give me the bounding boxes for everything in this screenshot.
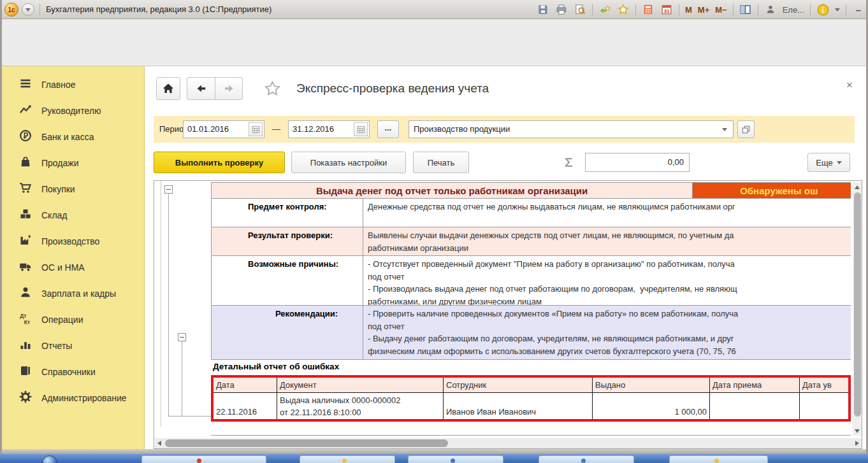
favorites-button[interactable] [617,3,630,17]
scroll-right-icon[interactable] [855,441,859,446]
split-window-button[interactable] [739,3,752,17]
taskbar-app-button[interactable] [300,455,395,463]
period-from-input[interactable]: 01.01.2016 [183,120,264,138]
collapse-group-button[interactable] [164,185,173,194]
print-button[interactable] [555,3,568,17]
cart-icon [19,182,32,196]
detail-report-heading: Детальный отчет об ошибках [213,362,339,371]
window-bottom-edge [0,449,868,454]
calendar-picker-button[interactable] [249,122,263,136]
chevron-down-icon [25,8,31,11]
taskbar-app-button[interactable] [141,455,266,463]
calculator-icon [642,4,654,15]
memory-button[interactable]: M [685,5,692,15]
print-button[interactable]: Печать [413,152,469,173]
gear-icon [19,390,32,405]
divider [733,4,734,15]
vertical-scroll-thumb[interactable] [854,192,861,417]
sidebar-item-warehouse[interactable]: Склад [2,202,144,228]
add-favorite-button[interactable] [598,3,611,17]
sidebar-item-purchases[interactable]: Покупки [2,176,144,202]
divider [592,4,593,15]
print-icon [556,4,567,15]
group-margin-line [161,181,161,427]
scroll-left-icon[interactable] [157,441,161,446]
sidebar-item-administration[interactable]: Администрирование [2,385,144,411]
scroll-down-icon[interactable] [855,429,860,433]
period-options-button[interactable]: ... [377,120,399,138]
memory-plus-button[interactable]: M+ [698,5,709,15]
calendar-picker-button[interactable] [354,122,368,136]
favorite-toggle-button[interactable] [264,80,281,99]
horizontal-scrollbar[interactable] [155,438,862,448]
info-button[interactable]: i [816,3,829,17]
user-icon [764,3,777,17]
sidebar-item-bank-cash[interactable]: Банк и касса [2,124,144,150]
bag-icon [19,155,32,170]
report-area: Выдача денег под отчет только работникам… [154,180,862,449]
tree-line [168,194,169,417]
period-to-input[interactable]: 31.12.2016 [288,120,370,138]
info-menu-caret[interactable] [835,8,840,11]
calendar-button[interactable]: 31 [660,3,673,17]
taskbar-app-button[interactable] [408,455,503,463]
horizontal-scroll-thumb[interactable] [165,439,448,447]
os-taskbar [0,454,868,463]
errors-table-row[interactable]: 22.11.2016 Выдача наличных 0000-000002от… [213,393,848,419]
sidebar-item-production[interactable]: Производство [2,228,144,254]
report-row-recommendations: Рекомендации: - Проверить наличие провед… [211,306,851,360]
app-icon [342,459,347,463]
home-button[interactable] [156,77,180,100]
window-title: Бухгалтерия предприятия, редакция 3.0 (1… [46,0,271,19]
current-user-button[interactable]: Еле... [783,5,804,15]
print-preview-icon [574,4,586,15]
sidebar-item-fixed-assets[interactable]: ОС и НМА [2,254,144,280]
open-value-button[interactable] [737,120,755,138]
system-menu-button[interactable] [22,3,34,16]
show-settings-button[interactable]: Показать настройки [291,152,406,173]
sidebar-item-operations[interactable]: ДтКтОперации [2,306,144,332]
chevron-down-icon [837,161,842,164]
check-kind-select[interactable]: Производство продукции [409,120,734,138]
sidebar-item-sales[interactable]: Продажи [2,150,144,176]
taskbar-app-button[interactable] [669,455,768,463]
report-row-result: Результат проверки: Выявлены случаи выда… [211,227,851,256]
sidebar-item-salary-staff[interactable]: Зарплата и кадры [2,280,144,306]
run-check-button[interactable]: Выполнить проверку [154,152,285,173]
arrow-left-icon [196,83,207,94]
truck-icon [19,260,32,274]
print-preview-button[interactable] [574,3,586,17]
scroll-up-icon[interactable] [855,185,860,189]
tree-line [168,416,211,417]
close-form-button[interactable]: × [846,79,853,92]
calendar-grid-icon [357,125,365,134]
check-group-header[interactable]: Выдача денег под отчет только работникам… [211,182,851,199]
sidebar-item-main[interactable]: Главное [2,71,144,97]
sidebar-item-manager[interactable]: Руководителю [2,97,144,124]
sum-total-input[interactable]: 0,00 [585,153,690,172]
boxes-icon [19,208,32,222]
window-titlebar: 1с Бухгалтерия предприятия, редакция 3.0… [0,0,868,19]
sidebar-item-references[interactable]: Справочники [2,359,144,385]
calculator-button[interactable] [642,3,655,17]
forward-button[interactable] [215,77,243,100]
chevron-down-icon[interactable] [722,128,727,131]
back-button[interactable] [187,77,215,100]
taskbar-app-button[interactable] [539,455,634,463]
start-button[interactable] [42,455,57,463]
collapse-group-button[interactable] [178,333,186,341]
svg-text:31: 31 [664,8,670,14]
minimize-button[interactable]: – [852,4,865,15]
menu-icon [19,77,32,92]
report-row-causes: Возможные причины: - Отсутствует проведе… [211,256,851,306]
sidebar-item-reports[interactable]: Отчеты [2,332,144,359]
sum-sigma-icon: Σ [565,152,573,173]
tree-line [182,337,182,417]
memory-minus-button[interactable]: M− [715,5,727,15]
app-icon [197,459,201,463]
more-actions-button[interactable]: Еще [807,153,850,172]
divider [40,4,40,15]
date-range-dash: — [272,116,280,143]
save-button[interactable] [537,3,549,17]
vertical-scrollbar[interactable] [853,182,862,436]
